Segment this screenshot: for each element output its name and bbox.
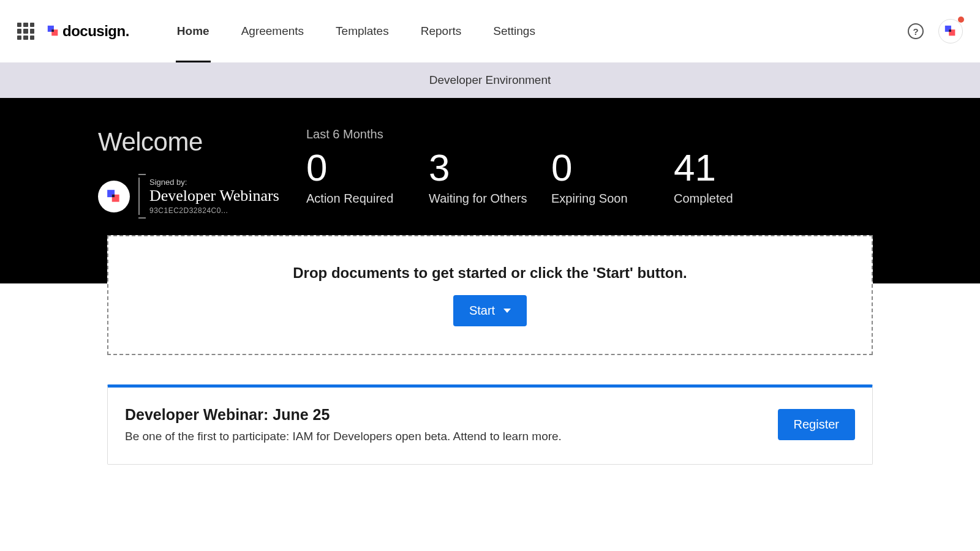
stat-label: Expiring Soon bbox=[545, 192, 668, 206]
avatar-logo-icon bbox=[944, 24, 957, 38]
stats-period: Last 6 Months bbox=[300, 127, 888, 141]
stat-value: 3 bbox=[423, 149, 545, 187]
notification-dot-icon bbox=[958, 17, 964, 23]
brand-logo[interactable]: docusign bbox=[47, 23, 129, 40]
top-bar: docusign Home Agreements Templates Repor… bbox=[0, 0, 980, 62]
nav-home[interactable]: Home bbox=[161, 0, 225, 62]
stat-label: Completed bbox=[668, 192, 790, 206]
logo-mark-icon bbox=[47, 24, 60, 38]
brand-name: docusign bbox=[62, 23, 129, 40]
nav-agreements[interactable]: Agreements bbox=[225, 0, 320, 62]
stat-completed[interactable]: 41 Completed bbox=[668, 149, 790, 206]
apps-grid-icon[interactable] bbox=[17, 23, 34, 40]
signature-avatar bbox=[98, 181, 130, 212]
nav-settings[interactable]: Settings bbox=[477, 0, 551, 62]
start-button[interactable]: Start bbox=[453, 295, 527, 326]
promo-body: Be one of the first to participate: IAM … bbox=[125, 430, 562, 443]
svg-rect-2 bbox=[51, 29, 54, 32]
promo-title: Developer Webinar: June 25 bbox=[125, 406, 562, 424]
nav-templates[interactable]: Templates bbox=[320, 0, 405, 62]
promo-card: Developer Webinar: June 25 Be one of the… bbox=[107, 384, 873, 465]
stats-column: Last 6 Months 0 Action Required 3 Waitin… bbox=[300, 127, 888, 215]
document-dropzone[interactable]: Drop documents to get started or click t… bbox=[107, 235, 873, 355]
stat-value: 0 bbox=[300, 149, 423, 187]
stat-value: 0 bbox=[545, 149, 668, 187]
signed-by-label: Signed by: bbox=[149, 178, 279, 187]
environment-banner: Developer Environment bbox=[0, 62, 980, 98]
dropzone-text: Drop documents to get started or click t… bbox=[293, 264, 687, 282]
stat-expiring-soon[interactable]: 0 Expiring Soon bbox=[545, 149, 668, 206]
stat-label: Action Required bbox=[300, 192, 423, 206]
primary-nav: Home Agreements Templates Reports Settin… bbox=[161, 0, 551, 62]
topbar-right: ? bbox=[908, 19, 963, 43]
svg-rect-8 bbox=[112, 194, 115, 197]
chevron-down-icon bbox=[503, 309, 511, 313]
start-button-label: Start bbox=[469, 304, 495, 318]
welcome-title: Welcome bbox=[98, 127, 300, 157]
stat-value: 41 bbox=[668, 149, 790, 187]
signature-hash: 93C1EC2D32824C0... bbox=[149, 206, 279, 215]
stat-label: Waiting for Others bbox=[423, 192, 545, 206]
help-icon[interactable]: ? bbox=[908, 23, 924, 39]
welcome-column: Welcome Signed by: Developer Webinars 93… bbox=[92, 127, 300, 215]
profile-avatar[interactable] bbox=[938, 19, 963, 43]
signature-block[interactable]: Signed by: Developer Webinars 93C1EC2D32… bbox=[98, 178, 300, 215]
stat-action-required[interactable]: 0 Action Required bbox=[300, 149, 423, 206]
stat-waiting-for-others[interactable]: 3 Waiting for Others bbox=[423, 149, 545, 206]
register-button[interactable]: Register bbox=[778, 409, 855, 440]
nav-reports[interactable]: Reports bbox=[405, 0, 478, 62]
signature-name: Developer Webinars bbox=[149, 188, 279, 204]
svg-rect-5 bbox=[949, 29, 951, 32]
